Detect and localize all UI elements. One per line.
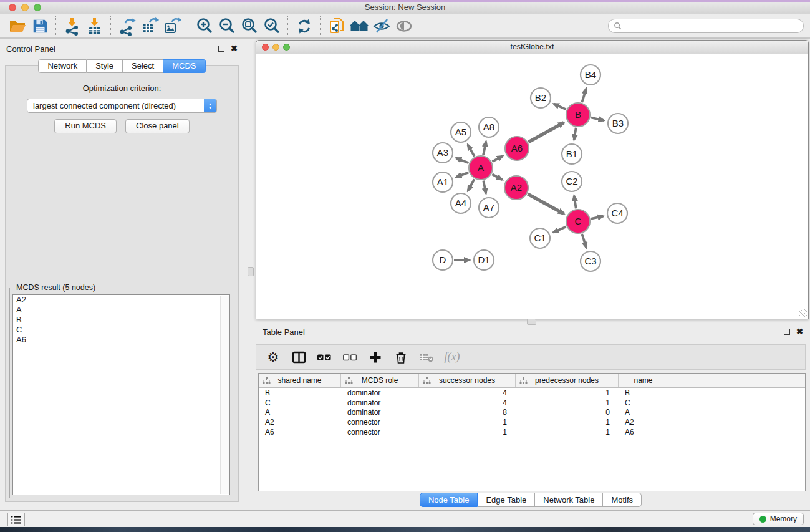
graph-edge-A-A2[interactable] [492, 174, 502, 180]
graph-node-D1[interactable]: D1 [474, 250, 494, 270]
graph-edge-A-A7[interactable] [483, 181, 486, 194]
graph-node-A1[interactable]: A1 [433, 172, 453, 192]
cell-successor-nodes[interactable]: 8 [419, 408, 516, 417]
graph-node-A2[interactable]: A2 [504, 176, 528, 200]
deselect-all-button[interactable] [342, 349, 358, 365]
cell-shared-name[interactable]: C [259, 399, 341, 407]
graph-node-C1[interactable]: C1 [530, 228, 550, 248]
graph-node-C4[interactable]: C4 [607, 203, 627, 223]
hide-details-button[interactable] [370, 16, 393, 37]
delete-column-button[interactable] [393, 349, 409, 365]
mcds-result-item[interactable]: A6 [13, 335, 229, 345]
import-table-button[interactable] [84, 16, 106, 37]
add-column-button[interactable] [367, 349, 383, 365]
cell-name[interactable]: C [619, 399, 668, 407]
graph-edge-A2-C[interactable] [528, 194, 564, 213]
graph-edge-B-B2[interactable] [554, 104, 566, 109]
network-maximize-button[interactable] [283, 44, 290, 51]
result-scrollbar[interactable] [220, 296, 229, 494]
column-header-mcds-role[interactable]: MCDS role [341, 374, 419, 387]
tab-node-table[interactable]: Node Table [420, 493, 478, 507]
cell-predecessor-nodes[interactable]: 1 [516, 389, 619, 397]
export-network-button[interactable] [116, 16, 138, 37]
graph-node-A8[interactable]: A8 [479, 117, 499, 137]
tab-style[interactable]: Style [87, 59, 123, 73]
network-canvas[interactable]: B4B2BB3A5A8A6A3B1AA1C2A2A4A7C4CC1DD1C3 [256, 54, 808, 319]
table-row[interactable]: A2connector11A2 [259, 417, 805, 427]
cell-predecessor-nodes[interactable]: 1 [516, 418, 619, 427]
graph-node-A[interactable]: A [469, 156, 493, 180]
graph-edge-C-C2[interactable] [574, 196, 576, 209]
cell-successor-nodes[interactable]: 4 [419, 399, 516, 407]
float-table-panel-icon[interactable] [784, 329, 790, 335]
refresh-button[interactable] [293, 16, 316, 37]
graph-node-C3[interactable]: C3 [581, 251, 600, 271]
tab-edge-table[interactable]: Edge Table [478, 493, 535, 507]
cell-shared-name[interactable]: A6 [259, 428, 341, 437]
column-header-successor-nodes[interactable]: successor nodes [419, 374, 516, 387]
graph-edge-B-B1[interactable] [574, 128, 576, 140]
column-header-name[interactable]: name [619, 374, 668, 387]
import-network-button[interactable] [61, 16, 84, 37]
cell-name[interactable]: A6 [619, 428, 668, 437]
graph-node-C2[interactable]: C2 [562, 172, 582, 191]
search-input[interactable] [625, 21, 798, 31]
graph-node-A6[interactable]: A6 [505, 137, 529, 160]
cell-mcds-role[interactable]: dominator [341, 399, 419, 407]
cell-mcds-role[interactable]: connector [341, 428, 419, 437]
column-header-predecessor-nodes[interactable]: predecessor nodes [516, 374, 619, 387]
graph-node-B1[interactable]: B1 [562, 144, 582, 164]
graph-node-B2[interactable]: B2 [531, 88, 551, 108]
mcds-result-item[interactable]: A2 [13, 295, 229, 305]
cell-successor-nodes[interactable]: 4 [419, 389, 516, 397]
close-panel-button[interactable]: Close panel [125, 119, 190, 133]
open-file-button[interactable] [6, 16, 29, 37]
network-window-titlebar[interactable]: testGlobe.txt [256, 41, 808, 54]
network-close-button[interactable] [262, 44, 269, 51]
graph-edge-C-C4[interactable] [591, 216, 604, 219]
graph-edge-B-B4[interactable] [582, 89, 586, 102]
zoom-selected-button[interactable] [261, 16, 283, 37]
tab-mcds[interactable]: MCDS [163, 59, 205, 73]
mcds-result-item[interactable]: B [13, 315, 229, 325]
column-header-shared-name[interactable]: shared name [259, 374, 341, 387]
cell-shared-name[interactable]: B [259, 389, 341, 397]
tab-network[interactable]: Network [38, 59, 87, 73]
graph-node-A5[interactable]: A5 [451, 122, 471, 142]
zoom-fit-button[interactable] [238, 16, 261, 37]
memory-button[interactable]: Memory [753, 513, 804, 525]
graph-edge-A-A6[interactable] [493, 156, 503, 162]
cell-name[interactable]: B [619, 389, 668, 397]
cell-mcds-role[interactable]: dominator [341, 389, 419, 397]
panel-splitter-handle[interactable] [248, 267, 254, 276]
criterion-dropdown[interactable]: largest connected component (directed) ▲… [27, 99, 217, 113]
graph-edge-A-A8[interactable] [483, 142, 486, 155]
table-row[interactable]: Bdominator41B [259, 388, 805, 398]
graph-node-B3[interactable]: B3 [608, 114, 628, 133]
graph-node-B[interactable]: B [566, 103, 590, 127]
graph-edge-A-A3[interactable] [456, 158, 468, 163]
save-session-button[interactable] [29, 16, 51, 37]
graph-edge-A-A5[interactable] [468, 145, 474, 157]
table-settings-button[interactable]: ⚙ [265, 349, 281, 365]
cell-name[interactable]: A2 [619, 418, 668, 427]
graph-edge-B-B3[interactable] [591, 117, 604, 120]
graph-node-D[interactable]: D [433, 250, 453, 270]
table-row[interactable]: Cdominator41C [259, 398, 805, 408]
graph-node-B4[interactable]: B4 [581, 65, 600, 85]
select-all-button[interactable] [316, 349, 332, 365]
tab-select[interactable]: Select [123, 59, 163, 73]
cell-mcds-role[interactable]: connector [341, 418, 419, 427]
float-panel-icon[interactable] [218, 46, 224, 52]
cell-predecessor-nodes[interactable]: 1 [516, 428, 619, 437]
graph-edge-C-C1[interactable] [553, 226, 566, 232]
table-row[interactable]: Adominator80A [259, 407, 805, 417]
cell-successor-nodes[interactable]: 1 [419, 418, 516, 427]
export-image-button[interactable] [161, 16, 183, 37]
split-view-button[interactable] [291, 349, 307, 365]
home-button[interactable] [348, 16, 370, 37]
zoom-in-button[interactable] [193, 16, 216, 37]
table-row[interactable]: A6connector11A6 [259, 427, 805, 437]
graph-node-A3[interactable]: A3 [433, 143, 453, 163]
show-details-button[interactable] [393, 16, 415, 37]
